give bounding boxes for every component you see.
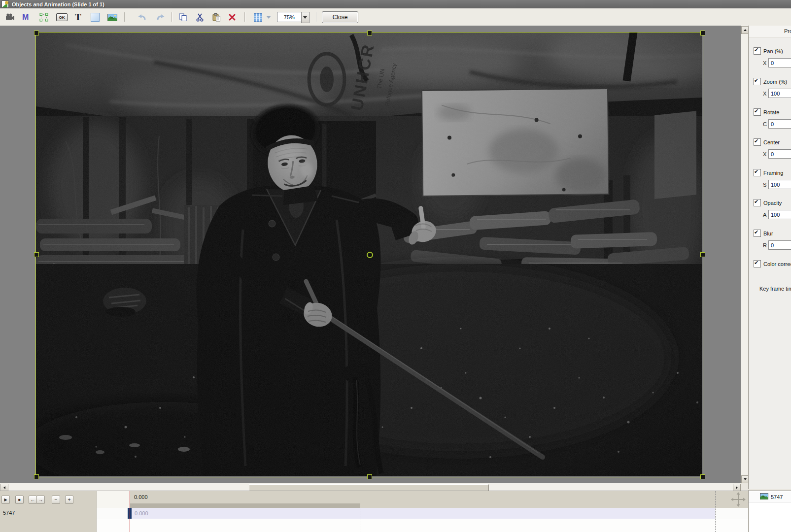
copy-icon[interactable] xyxy=(179,12,187,22)
handle-bottom-left[interactable] xyxy=(34,474,39,479)
zoom-checkbox[interactable] xyxy=(754,78,761,85)
framing-s-input[interactable] xyxy=(768,180,791,189)
center-checkbox[interactable] xyxy=(754,138,761,146)
timeline-pan-icon[interactable] xyxy=(731,492,746,509)
object-track-bar[interactable] xyxy=(130,508,715,519)
zoom-combobox[interactable]: 75% xyxy=(277,12,310,22)
grid-icon[interactable] xyxy=(254,12,262,22)
paste-icon[interactable] xyxy=(212,12,221,22)
text-tool[interactable]: T xyxy=(75,12,81,22)
zoom-label: Zoom (%) xyxy=(763,79,787,85)
color-correction-label: Color correction xyxy=(763,261,791,267)
pan-x-input[interactable] xyxy=(768,58,791,67)
rectangle-tool[interactable] xyxy=(91,12,100,22)
window-titlebar: Objects and Animation (Slide 1 of 1) xyxy=(0,0,791,8)
marker-m-tool[interactable]: M xyxy=(22,12,29,22)
framing-checkbox[interactable] xyxy=(754,169,761,176)
pan-checkbox[interactable] xyxy=(754,47,761,55)
toolbar: M OK T xyxy=(0,8,791,26)
view-end-dashed-line xyxy=(715,491,716,532)
color-correction-checkbox[interactable] xyxy=(754,260,761,267)
handle-bottom-center[interactable] xyxy=(367,474,372,479)
prev-keyframe-button[interactable]: ← xyxy=(29,496,37,504)
center-label: Center xyxy=(763,139,780,145)
timeline-controls-column: ▶ ■ ← → − + 5747 xyxy=(0,491,97,532)
selection-frame-tool[interactable] xyxy=(39,12,48,22)
rotate-label: Rotate xyxy=(763,109,779,115)
key-frame-time-label: Key frame time xyxy=(759,286,791,292)
rotate-checkbox[interactable] xyxy=(754,108,761,116)
play-button[interactable]: ▶ xyxy=(1,496,10,504)
properties-panel: Properties Pan (%) X Zoom (%) X Rotate C… xyxy=(748,26,791,489)
pan-label: Pan (%) xyxy=(763,48,783,54)
zoom-x-input[interactable] xyxy=(768,89,791,98)
app-icon xyxy=(1,0,9,8)
handle-mid-right[interactable] xyxy=(700,252,705,257)
center-x-input[interactable] xyxy=(768,149,791,159)
next-keyframe-button[interactable]: → xyxy=(36,496,45,504)
zoom-value: 75% xyxy=(277,12,301,22)
object-list-item[interactable]: 5747 xyxy=(749,492,791,502)
delete-icon[interactable] xyxy=(228,12,236,22)
handle-bottom-right[interactable] xyxy=(700,474,705,479)
center-param-label: X xyxy=(763,151,766,157)
blur-label: Blur xyxy=(763,231,773,236)
timeline-duration-bar[interactable] xyxy=(130,503,360,508)
redo-icon[interactable] xyxy=(156,12,165,22)
canvas-vertical-scrollbar[interactable] xyxy=(741,26,749,483)
framing-param-label: S xyxy=(763,182,766,188)
handle-mid-left[interactable] xyxy=(34,252,39,257)
ok-button-tool[interactable]: OK xyxy=(56,12,68,22)
zoom-dropdown-button xyxy=(301,12,310,23)
handle-top-right[interactable] xyxy=(700,31,705,35)
opacity-a-input[interactable] xyxy=(768,210,791,219)
grid-options-chevron[interactable] xyxy=(266,12,271,22)
blur-r-input[interactable] xyxy=(768,240,791,250)
horizontal-scroll-thumb[interactable] xyxy=(249,484,489,491)
properties-panel-title: Properties xyxy=(784,28,791,34)
slide-end-dashed-line xyxy=(360,503,360,532)
track-name-label: 5747 xyxy=(3,510,15,516)
zoom-param-label: X xyxy=(763,91,766,97)
timeline-zoom-in-button[interactable]: + xyxy=(65,496,73,504)
object-item-label: 5747 xyxy=(771,494,783,500)
properties-panel-header: Properties xyxy=(749,26,791,37)
timeline-ruler-lead xyxy=(96,491,130,508)
image-icon xyxy=(760,493,768,501)
opacity-param-label: A xyxy=(763,212,766,218)
timeline-zoom-out-button[interactable]: − xyxy=(52,496,60,504)
blur-checkbox[interactable] xyxy=(754,230,761,237)
track-time-label: 0.000 xyxy=(135,510,148,516)
opacity-checkbox[interactable] xyxy=(754,199,761,206)
timeline-empty-row xyxy=(96,519,748,532)
framing-label: Framing xyxy=(763,170,783,176)
blur-param-label: R xyxy=(763,242,767,248)
handle-center[interactable] xyxy=(367,252,373,258)
objects-list-panel: 5747 xyxy=(748,490,791,532)
opacity-label: Opacity xyxy=(763,200,782,206)
stop-button[interactable]: ■ xyxy=(15,496,24,504)
timeline-panel: 0.000 0.000 ▶ ■ ← → − + 5747 xyxy=(0,491,748,532)
handle-top-left[interactable] xyxy=(34,31,39,35)
close-button[interactable]: Close xyxy=(322,11,358,23)
undo-icon[interactable] xyxy=(138,12,146,22)
rotate-c-input[interactable] xyxy=(768,119,791,129)
rotate-param-label: C xyxy=(763,121,767,127)
window-title: Objects and Animation (Slide 1 of 1) xyxy=(12,1,104,7)
ruler-time-label: 0.000 xyxy=(134,494,148,500)
image-tool[interactable] xyxy=(107,12,117,22)
canvas-horizontal-scrollbar[interactable] xyxy=(0,483,741,491)
cut-icon[interactable] xyxy=(196,12,204,22)
playhead[interactable] xyxy=(130,491,130,532)
handle-top-center[interactable] xyxy=(367,31,372,35)
pan-param-label: X xyxy=(763,60,766,66)
video-camera-icon[interactable] xyxy=(5,12,15,22)
